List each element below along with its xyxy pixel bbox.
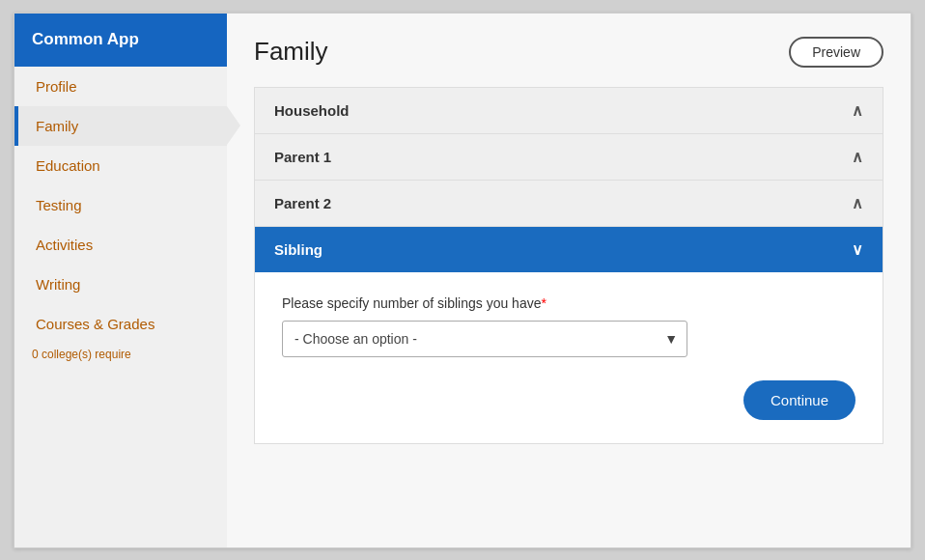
accordion-label-sibling: Sibling xyxy=(274,241,322,258)
accordion-label-parent2: Parent 2 xyxy=(274,195,331,211)
sidebar-item-education[interactable]: Education xyxy=(14,146,227,185)
courses-grades-sub: 0 college(s) require xyxy=(14,344,227,369)
accordion-header-parent1[interactable]: Parent 1∧ xyxy=(255,134,883,180)
accordion-label-household: Household xyxy=(274,102,350,119)
page-title: Family xyxy=(254,37,328,67)
continue-row: Continue xyxy=(282,380,855,420)
sidebar-item-testing[interactable]: Testing xyxy=(14,185,227,225)
sibling-count-select[interactable]: - Choose an option -012345678910+ xyxy=(282,321,687,357)
sibling-field-label: Please specify number of siblings you ha… xyxy=(282,295,855,311)
main-content: Family Preview Household∧Parent 1∧Parent… xyxy=(227,14,911,547)
accordion: Household∧Parent 1∧Parent 2∧Sibling∨Plea… xyxy=(254,87,883,444)
sidebar-item-courses-grades[interactable]: Courses & Grades xyxy=(14,304,227,344)
sidebar-item-family[interactable]: Family xyxy=(14,106,227,146)
sidebar-header: Common App xyxy=(14,14,227,67)
sidebar-items-container: ProfileFamilyEducationTestingActivitiesW… xyxy=(14,67,227,369)
sibling-select-wrapper: - Choose an option -012345678910+▼ xyxy=(282,321,687,357)
accordion-item-household: Household∧ xyxy=(255,88,883,134)
chevron-up-icon: ∧ xyxy=(852,148,863,166)
sidebar-app-title: Common App xyxy=(32,30,139,49)
accordion-header-parent2[interactable]: Parent 2∧ xyxy=(255,181,883,226)
accordion-header-sibling[interactable]: Sibling∨ xyxy=(255,227,883,272)
required-star: * xyxy=(541,295,546,311)
sidebar-item-profile[interactable]: Profile xyxy=(14,67,227,106)
continue-button[interactable]: Continue xyxy=(743,380,855,420)
page-header: Family Preview xyxy=(254,37,883,68)
sidebar-item-activities[interactable]: Activities xyxy=(14,225,227,265)
app-container: Common App ProfileFamilyEducationTesting… xyxy=(14,13,911,548)
accordion-label-parent1: Parent 1 xyxy=(274,149,331,165)
accordion-body-sibling: Please specify number of siblings you ha… xyxy=(255,272,883,443)
chevron-up-icon: ∧ xyxy=(852,101,863,120)
sidebar: Common App ProfileFamilyEducationTesting… xyxy=(14,14,227,547)
sidebar-item-writing[interactable]: Writing xyxy=(14,265,227,304)
chevron-down-icon: ∨ xyxy=(852,240,863,259)
accordion-header-household[interactable]: Household∧ xyxy=(255,88,883,133)
chevron-up-icon: ∧ xyxy=(852,194,863,212)
accordion-item-sibling: Sibling∨Please specify number of sibling… xyxy=(255,227,883,443)
accordion-item-parent1: Parent 1∧ xyxy=(255,134,883,181)
accordion-item-parent2: Parent 2∧ xyxy=(255,181,883,227)
preview-button[interactable]: Preview xyxy=(789,37,883,68)
